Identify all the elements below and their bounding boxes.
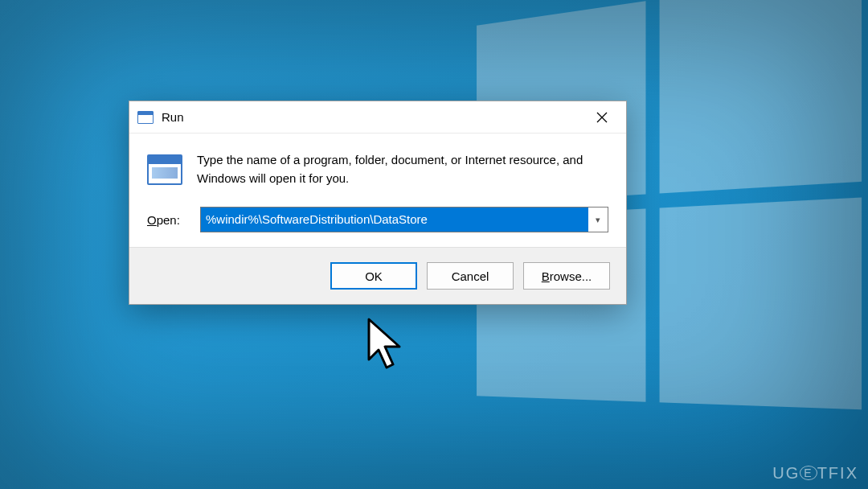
run-title-icon [137, 111, 154, 124]
dialog-body: Type the name of a program, folder, docu… [129, 134, 626, 247]
desktop-background: Run Type the name of a program, folder, … [0, 0, 868, 489]
browse-button[interactable]: Browse... [523, 262, 610, 290]
watermark: UGETFIX [772, 464, 858, 483]
open-label: Open: [147, 213, 189, 227]
chevron-down-icon[interactable]: ▾ [588, 215, 608, 225]
mouse-cursor-icon [366, 318, 407, 374]
button-bar: OK Cancel Browse... [129, 247, 626, 304]
close-icon [596, 112, 608, 123]
run-app-icon [147, 154, 182, 185]
ok-button[interactable]: OK [330, 262, 417, 290]
cancel-button[interactable]: Cancel [427, 262, 514, 290]
run-dialog: Run Type the name of a program, folder, … [129, 101, 627, 305]
open-combobox[interactable]: %windir%\SoftwareDistribution\DataStore … [200, 207, 608, 232]
dialog-title: Run [162, 110, 184, 124]
titlebar[interactable]: Run [129, 101, 626, 134]
dialog-description: Type the name of a program, folder, docu… [197, 151, 608, 187]
close-button[interactable] [583, 101, 621, 133]
open-input-value[interactable]: %windir%\SoftwareDistribution\DataStore [201, 208, 588, 232]
